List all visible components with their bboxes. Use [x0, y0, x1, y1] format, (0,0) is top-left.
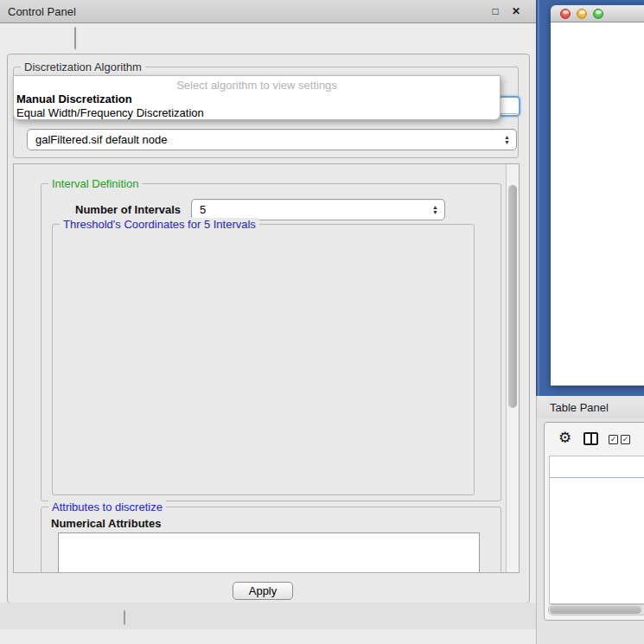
control-panel-tabbar	[74, 27, 76, 49]
close-window-button[interactable]: ✕	[508, 4, 524, 19]
algorithm-dropdown-hint: Select algorithm to view settings	[14, 79, 500, 92]
cyni-toolbox-panel: Discretization Algorithm Select algorith…	[7, 54, 530, 603]
control-panel-titlebar: Control Panel □ ✕	[0, 0, 536, 23]
split-columns-icon[interactable]	[583, 432, 598, 445]
control-panel-title: Control Panel	[8, 5, 76, 18]
number-of-intervals-label: Number of Intervals	[75, 203, 181, 216]
numerical-attributes-list[interactable]	[58, 532, 480, 573]
gear-icon[interactable]: ⚙	[558, 429, 571, 446]
thresholds-groupbox: Threshold's Coordinates for 5 Intervals	[52, 224, 475, 495]
table-toolbar: ⚙ ✓ ✓	[545, 423, 644, 456]
table-panel-titlebar: Table Panel	[537, 396, 644, 418]
numerical-attributes-label: Numerical Attributes	[51, 517, 161, 530]
attributes-groupbox: Attributes to discretize Numerical Attri…	[41, 507, 501, 573]
app-root: Control Panel □ ✕ Discretization Algorit…	[0, 0, 644, 644]
cytoscape-desktop	[536, 0, 644, 396]
settings-vertical-scrollbar[interactable]	[506, 164, 519, 572]
algorithm-dropdown-popup: Select algorithm to view settings Manual…	[13, 75, 501, 120]
network-canvas[interactable]	[551, 22, 644, 386]
table-data-combobox[interactable]: galFiltered.sif default node ▲▼	[27, 129, 517, 150]
algorithm-group-title: Discretization Algorithm	[21, 61, 145, 73]
thresholds-group-title: Threshold's Coordinates for 5 Intervals	[60, 218, 259, 231]
table-header-row	[550, 456, 644, 478]
table-horizontal-scrollbar[interactable]	[548, 604, 644, 615]
minimize-traffic-light-icon[interactable]	[577, 9, 587, 19]
close-traffic-light-icon[interactable]	[560, 9, 571, 19]
checkbox-checked-icon[interactable]: ✓	[609, 435, 618, 444]
control-panel: Control Panel □ ✕ Discretization Algorit…	[0, 0, 536, 644]
attributes-group-title: Attributes to discretize	[48, 501, 166, 513]
node-table	[549, 456, 644, 604]
zoom-traffic-light-icon[interactable]	[593, 9, 603, 19]
interval-definition-title: Interval Definition	[48, 177, 142, 190]
stepper-arrows-icon: ▲▼	[432, 200, 438, 220]
stepper-arrows-icon: ▲▼	[504, 130, 510, 150]
network-window[interactable]	[551, 5, 644, 386]
bottom-strip	[0, 603, 536, 629]
table-panel-region: Table Panel ⚙ ✓ ✓	[536, 396, 644, 644]
table-panel-title: Table Panel	[550, 401, 609, 414]
network-window-titlebar	[551, 5, 644, 22]
number-of-intervals-value: 5	[200, 203, 206, 216]
apply-button[interactable]: Apply	[233, 582, 293, 600]
float-window-button[interactable]: □	[488, 4, 503, 19]
interval-definition-groupbox: Interval Definition Number of Intervals …	[41, 183, 501, 501]
scrollbar-thumb[interactable]	[508, 185, 517, 408]
algorithm-option-manual[interactable]: Manual Discretization	[16, 92, 132, 105]
algorithm-option-equal-width[interactable]: Equal Width/Frequency Discretization	[16, 106, 204, 119]
checkbox-checked-icon[interactable]: ✓	[621, 435, 630, 444]
table-data-combobox-value: galFiltered.sif default node	[35, 133, 167, 146]
scrollbar-thumb[interactable]	[550, 606, 641, 614]
settings-scrollpane: Interval Definition Number of Intervals …	[13, 163, 520, 573]
bottom-tabbar	[124, 610, 125, 625]
table-panel: ⚙ ✓ ✓	[544, 422, 644, 621]
